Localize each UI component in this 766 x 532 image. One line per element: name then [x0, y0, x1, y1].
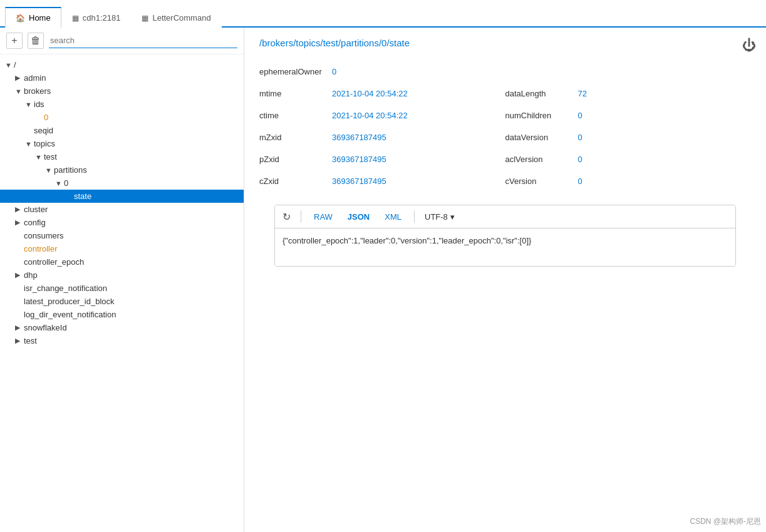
meta-label: numChildren — [505, 111, 568, 120]
path-title: /brokers/topics/test/partitions/0/state — [259, 38, 751, 48]
letter-icon: ▦ — [142, 14, 148, 23]
tab-bar: 🏠 Home ▦ cdh1:2181 ▦ LetterCommand — [0, 0, 766, 28]
meta-value: 0 — [578, 155, 582, 164]
toggle-icon: ▼ — [35, 153, 44, 161]
meta-row-left-4: pZxid369367187495 — [259, 148, 505, 170]
meta-value: 369367187495 — [332, 133, 386, 142]
format-json[interactable]: JSON — [345, 212, 372, 222]
node-label: 0 — [44, 113, 48, 122]
tree-item-admin[interactable]: ▶admin — [0, 71, 244, 84]
node-label: cluster — [24, 205, 48, 214]
tree-item-test[interactable]: ▼test — [0, 150, 244, 163]
toggle-icon: ▶ — [15, 324, 24, 332]
tree-item-isr_change[interactable]: isr_change_notification — [0, 282, 244, 295]
node-label: dhp — [24, 270, 38, 280]
tree-item-dhp[interactable]: ▶dhp — [0, 269, 244, 282]
sidebar-toolbar: + 🗑 — [0, 28, 244, 54]
tab-cdh1[interactable]: ▦ cdh1:2181 — [61, 8, 132, 28]
format-raw[interactable]: RAW — [311, 212, 335, 222]
node-label: test — [44, 152, 57, 161]
meta-row-left-3: mZxid369367187495 — [259, 126, 505, 148]
meta-value: 2021-10-04 20:54:22 — [332, 111, 408, 120]
toggle-icon: ▼ — [25, 140, 34, 148]
tree-item-partitions[interactable]: ▼partitions — [0, 163, 244, 176]
tree-item-partition_0[interactable]: ▼0 — [0, 176, 244, 190]
meta-label: ephemeralOwner — [259, 67, 322, 76]
tree-item-log_dir[interactable]: log_dir_event_notification — [0, 308, 244, 321]
meta-label: mtime — [259, 89, 322, 98]
node-label: / — [14, 60, 16, 69]
tree-item-ids[interactable]: ▼ids — [0, 98, 244, 111]
meta-label: dataLength — [505, 89, 568, 98]
tree-item-latest_producer[interactable]: latest_producer_id_block — [0, 295, 244, 308]
tree-item-controller[interactable]: controller — [0, 242, 244, 255]
main-layout: + 🗑 ▼/▶admin▼brokers▼ids0seqid▼topics▼te… — [0, 28, 766, 532]
node-label: ids — [34, 100, 44, 109]
power-button[interactable]: ⏻ — [742, 38, 756, 54]
editor-content[interactable]: {"controller_epoch":1,"leader":0,"versio… — [275, 228, 735, 266]
toggle-icon: ▼ — [5, 61, 14, 69]
meta-grid: ephemeralOwner0mtime2021-10-04 20:54:22d… — [259, 61, 751, 192]
toggle-icon: ▶ — [15, 271, 24, 279]
home-icon: 🏠 — [16, 14, 25, 23]
tree-item-controller_epoch[interactable]: controller_epoch — [0, 255, 244, 269]
node-label: controller_epoch — [24, 257, 84, 267]
editor-toolbar: ↻ RAW JSON XML UTF-8 ▾ — [275, 205, 735, 228]
node-label: seqid — [34, 126, 53, 135]
meta-value: 72 — [578, 89, 587, 98]
meta-row-right-4: aclVersion0 — [505, 148, 752, 170]
tree-item-test2[interactable]: ▶test — [0, 334, 244, 347]
node-label: topics — [34, 139, 55, 148]
tree-item-brokers[interactable]: ▼brokers — [0, 84, 244, 98]
watermark: CSDN @架构师-尼恩 — [690, 516, 761, 527]
meta-row-left-0: ephemeralOwner0 — [259, 61, 505, 83]
toolbar-separator — [301, 210, 301, 223]
meta-value: 0 — [578, 176, 582, 186]
node-label: state — [74, 192, 91, 201]
content-panel: ⏻ /brokers/topics/test/partitions/0/stat… — [244, 28, 766, 532]
add-button[interactable]: + — [6, 33, 23, 49]
meta-row-right-1: dataLength72 — [505, 83, 752, 105]
meta-row-right-0 — [505, 61, 752, 83]
toggle-icon: ▼ — [25, 101, 34, 108]
encoding-selector[interactable]: UTF-8 ▾ — [425, 212, 455, 222]
toggle-icon: ▶ — [15, 205, 24, 213]
encoding-dropdown-icon: ▾ — [450, 212, 455, 222]
tree-item-seqid[interactable]: seqid — [0, 124, 244, 137]
meta-label: mZxid — [259, 133, 322, 142]
tab-home[interactable]: 🏠 Home — [5, 7, 61, 28]
bottom-panel: ↻ RAW JSON XML UTF-8 ▾ {"controller_epoc… — [274, 205, 736, 267]
toggle-icon: ▼ — [15, 88, 24, 95]
tab-home-label: Home — [29, 13, 51, 23]
node-label: config — [24, 218, 46, 227]
format-xml[interactable]: XML — [382, 212, 404, 222]
tree-item-config[interactable]: ▶config — [0, 216, 244, 229]
tree-item-cluster[interactable]: ▶cluster — [0, 203, 244, 216]
tree-item-state[interactable]: state — [0, 190, 244, 203]
toolbar-separator2 — [414, 210, 415, 223]
tree-item-snowflakeid[interactable]: ▶snowflakeId — [0, 321, 244, 334]
node-label: snowflakeId — [24, 323, 67, 332]
tree-item-topics[interactable]: ▼topics — [0, 137, 244, 150]
meta-row-right-3: dataVersion0 — [505, 126, 752, 148]
node-label: consumers — [24, 231, 64, 240]
node-label: brokers — [24, 86, 51, 96]
sidebar: + 🗑 ▼/▶admin▼brokers▼ids0seqid▼topics▼te… — [0, 28, 244, 532]
tab-letter[interactable]: ▦ LetterCommand — [131, 8, 221, 28]
refresh-button[interactable]: ↻ — [282, 211, 291, 223]
tree-container: ▼/▶admin▼brokers▼ids0seqid▼topics▼test▼p… — [0, 54, 244, 532]
meta-row-left-2: ctime2021-10-04 20:54:22 — [259, 105, 505, 126]
toggle-icon: ▶ — [15, 218, 24, 227]
tree-item-root[interactable]: ▼/ — [0, 58, 244, 71]
meta-value: 0 — [332, 67, 336, 76]
tree-item-consumers[interactable]: consumers — [0, 229, 244, 242]
node-label: admin — [24, 73, 46, 83]
meta-label: aclVersion — [505, 155, 568, 164]
delete-button[interactable]: 🗑 — [28, 33, 44, 49]
server-icon: ▦ — [72, 14, 79, 23]
tree-item-ids_0[interactable]: 0 — [0, 111, 244, 124]
meta-row-left-5: cZxid369367187495 — [259, 170, 505, 192]
meta-row-right-2: numChildren0 — [505, 105, 752, 126]
toggle-icon: ▶ — [15, 74, 24, 82]
search-input[interactable] — [49, 33, 237, 48]
